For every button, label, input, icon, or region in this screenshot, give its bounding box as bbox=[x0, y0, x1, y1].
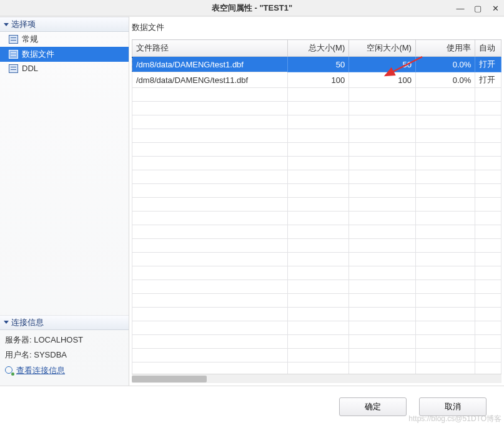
right-pane: 数据文件 文件路径 bbox=[129, 17, 504, 386]
table-row: . bbox=[132, 321, 502, 335]
col-total[interactable]: 总大小(M) bbox=[287, 40, 349, 57]
view-conn-label: 查看连接信息 bbox=[16, 363, 65, 379]
server-row: 服务器: LOCALHOST bbox=[5, 333, 124, 348]
server-label: 服务器: bbox=[5, 335, 32, 344]
cell-free[interactable]: 100 bbox=[349, 72, 416, 88]
table-row: . bbox=[132, 335, 502, 349]
table-row: . bbox=[132, 143, 502, 157]
conn-info-panel: 服务器: LOCALHOST 用户名: SYSDBA 查看连接信息 bbox=[0, 330, 129, 386]
cell-usage[interactable]: 0.0% bbox=[415, 57, 475, 72]
chevron-down-icon bbox=[4, 23, 9, 26]
cell-total[interactable]: 100 bbox=[287, 72, 349, 88]
info-icon bbox=[5, 366, 14, 375]
footer: 确定 取消 https://blog.cs@51DTO博客 bbox=[0, 386, 504, 427]
maximize-button[interactable]: ▢ bbox=[469, 0, 487, 16]
table-row: . bbox=[132, 225, 502, 239]
options-header[interactable]: 选择项 bbox=[0, 17, 129, 32]
table-row: . bbox=[132, 115, 502, 129]
watermark: https://blog.cs@51DTO博客 bbox=[408, 414, 502, 424]
titlebar: 表空间属性 - "TEST1" — ▢ ✕ bbox=[0, 0, 504, 16]
sidebar-item-ddl[interactable]: DDL bbox=[0, 62, 129, 75]
minimize-button[interactable]: — bbox=[452, 0, 469, 16]
user-row: 用户名: SYSDBA bbox=[5, 348, 124, 363]
conn-header[interactable]: 连接信息 bbox=[0, 315, 129, 330]
table-row: . bbox=[132, 308, 502, 321]
options-header-label: 选择项 bbox=[11, 19, 36, 30]
left-sidebar: 选择项 常规 数据文件 DDL 连接信息 服务器: LOCALHOST bbox=[0, 17, 129, 386]
window-title: 表空间属性 - "TEST1" bbox=[212, 2, 292, 14]
ok-button[interactable]: 确定 bbox=[339, 397, 407, 416]
sidebar-item-general[interactable]: 常规 bbox=[0, 32, 129, 47]
cell-auto[interactable]: 打开 bbox=[475, 57, 502, 72]
table-row: . bbox=[132, 239, 502, 253]
table-row: . bbox=[132, 266, 502, 280]
cell-total[interactable]: 50 bbox=[287, 57, 349, 72]
section-title: 数据文件 bbox=[129, 17, 504, 37]
sidebar-item-label: 常规 bbox=[22, 34, 38, 45]
table-row[interactable]: /dm8/data/DAMENG/test11.dbf 100 100 0.0%… bbox=[132, 72, 502, 88]
cell-path[interactable]: /dm8/data/DAMENG/test1.dbf bbox=[132, 57, 288, 72]
horizontal-scrollbar[interactable] bbox=[132, 374, 502, 383]
table-row: . bbox=[132, 212, 502, 225]
header-row: 文件路径 总大小(M) 空闲大小(M) 使用率 自动 bbox=[132, 40, 502, 57]
page-icon bbox=[9, 50, 18, 59]
data-grid[interactable]: 文件路径 总大小(M) 空闲大小(M) 使用率 自动 /dm8/data/DAM… bbox=[132, 39, 502, 374]
cell-auto[interactable]: 打开 bbox=[475, 72, 502, 88]
user-value: SYSDBA bbox=[34, 350, 67, 359]
close-button[interactable]: ✕ bbox=[487, 0, 504, 16]
table-row: . bbox=[132, 88, 502, 102]
table-row: . bbox=[132, 129, 502, 143]
page-icon bbox=[9, 35, 18, 44]
table-row: . bbox=[132, 170, 502, 184]
col-auto[interactable]: 自动 bbox=[475, 40, 502, 57]
cancel-button[interactable]: 取消 bbox=[419, 397, 487, 416]
table-row: . bbox=[132, 294, 502, 308]
table-row: . bbox=[132, 184, 502, 198]
user-label: 用户名: bbox=[5, 350, 32, 359]
table-row: . bbox=[132, 102, 502, 115]
table-row: . bbox=[132, 362, 502, 374]
col-usage[interactable]: 使用率 bbox=[415, 40, 475, 57]
table-row: . bbox=[132, 349, 502, 362]
table-row: . bbox=[132, 280, 502, 294]
sidebar-item-datafiles[interactable]: 数据文件 bbox=[0, 47, 129, 62]
cell-path[interactable]: /dm8/data/DAMENG/test11.dbf bbox=[132, 72, 288, 88]
server-value: LOCALHOST bbox=[34, 335, 83, 344]
cell-free[interactable]: 50 bbox=[349, 57, 416, 72]
table-row: . bbox=[132, 198, 502, 212]
table-row: . bbox=[132, 253, 502, 266]
conn-header-label: 连接信息 bbox=[11, 317, 44, 328]
table-row[interactable]: /dm8/data/DAMENG/test1.dbf 50 50 0.0% 打开 bbox=[132, 57, 502, 72]
table-row: . bbox=[132, 157, 502, 170]
col-free[interactable]: 空闲大小(M) bbox=[349, 40, 416, 57]
page-icon bbox=[9, 64, 18, 73]
data-grid-wrapper: 文件路径 总大小(M) 空闲大小(M) 使用率 自动 /dm8/data/DAM… bbox=[132, 39, 502, 374]
chevron-down-icon bbox=[4, 321, 9, 324]
view-conn-link[interactable]: 查看连接信息 bbox=[5, 363, 65, 379]
sidebar-item-label: DDL bbox=[22, 64, 38, 73]
cell-usage[interactable]: 0.0% bbox=[415, 72, 475, 88]
col-path[interactable]: 文件路径 bbox=[132, 40, 288, 57]
sidebar-item-label: 数据文件 bbox=[22, 49, 54, 60]
scrollbar-thumb[interactable] bbox=[132, 376, 207, 382]
